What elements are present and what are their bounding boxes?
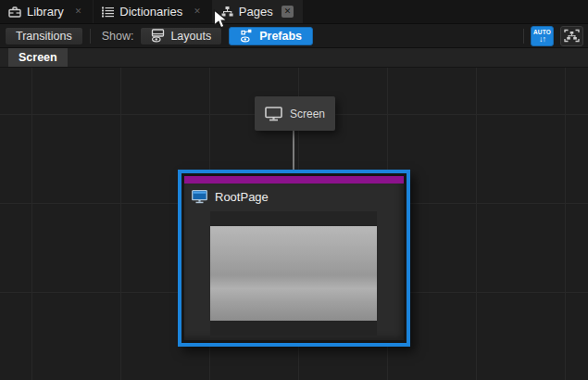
auto-arrows-icon: ↓↑ xyxy=(539,35,545,44)
layouts-label: Layouts xyxy=(170,30,211,43)
breadcrumb-bar: Screen xyxy=(0,48,588,68)
prefabs-toggle[interactable]: Prefabs xyxy=(229,27,313,45)
rootpage-header: RootPage xyxy=(192,190,269,204)
tab-label: Pages xyxy=(239,5,273,19)
mouse-cursor xyxy=(213,9,229,30)
tab-library[interactable]: Library ✕ xyxy=(0,0,94,23)
transitions-button[interactable]: Transitions xyxy=(5,27,83,45)
frame-tree-icon xyxy=(564,29,580,43)
fit-view-button[interactable] xyxy=(560,26,583,46)
prefabs-eye-icon xyxy=(240,29,254,43)
screen-node-label: Screen xyxy=(290,108,325,120)
page-color-bar xyxy=(184,176,404,184)
pages-editor-window: Library ✕ Dictionaries ✕ xyxy=(0,0,588,380)
close-icon[interactable]: ✕ xyxy=(281,6,294,18)
show-label: Show: xyxy=(97,30,134,43)
graph-toolbar: Transitions Show: Layouts Prefabs xyxy=(0,24,588,48)
close-icon[interactable]: ✕ xyxy=(191,6,204,18)
toolbar-separator xyxy=(523,29,524,44)
tab-label: Dictionaries xyxy=(119,5,182,19)
breadcrumb-screen[interactable]: Screen xyxy=(8,48,68,67)
preview-top-strip xyxy=(210,211,377,226)
tab-label: Library xyxy=(27,5,64,19)
rootpage-node[interactable]: RootPage xyxy=(178,170,410,347)
layouts-toggle[interactable]: Layouts xyxy=(140,27,222,45)
screen-node[interactable]: Screen xyxy=(255,96,335,131)
tab-bar: Library ✕ Dictionaries ✕ xyxy=(0,0,588,24)
layouts-eye-icon xyxy=(151,29,165,43)
rootpage-node-body: RootPage xyxy=(184,184,404,340)
library-icon xyxy=(8,6,21,18)
tab-dictionaries[interactable]: Dictionaries ✕ xyxy=(94,0,212,23)
monitor-icon xyxy=(265,107,282,121)
preview-gradient-area xyxy=(210,226,377,321)
dictionaries-icon xyxy=(102,6,114,18)
prefabs-label: Prefabs xyxy=(259,30,302,43)
connection-line xyxy=(293,131,294,171)
rootpage-node-label: RootPage xyxy=(215,190,269,204)
toolbar-separator xyxy=(90,29,91,44)
page-monitor-icon xyxy=(192,190,207,204)
page-preview-thumbnail xyxy=(210,211,377,336)
auto-arrange-button[interactable]: AUTO ↓↑ xyxy=(531,26,554,46)
graph-canvas[interactable]: Screen RootPage xyxy=(0,68,588,380)
preview-bottom-strip xyxy=(210,321,377,336)
close-icon[interactable]: ✕ xyxy=(72,6,85,18)
